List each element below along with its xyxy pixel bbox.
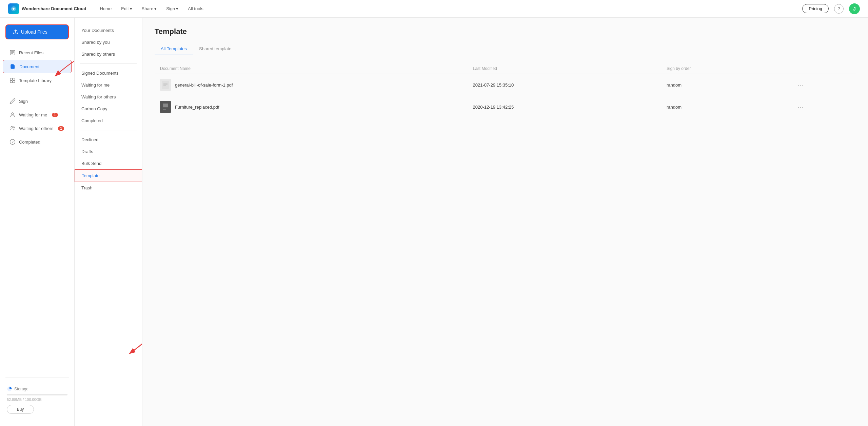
sidebar-item-recent-files[interactable]: Recent Files bbox=[3, 46, 72, 59]
mid-divider-2 bbox=[80, 130, 137, 130]
arrow-template bbox=[125, 334, 142, 358]
sidebar-item-completed[interactable]: Completed bbox=[3, 135, 72, 148]
storage-label-text: Storage bbox=[14, 387, 28, 391]
svg-point-12 bbox=[13, 127, 15, 128]
main-content: Template All Templates Shared template D… bbox=[142, 18, 868, 426]
mid-item-waiting-for-others[interactable]: Waiting for others bbox=[75, 91, 142, 103]
nav-links: Home Edit ▾ Share ▾ Sign ▾ All tools bbox=[100, 6, 802, 11]
tabs: All Templates Shared template bbox=[155, 43, 856, 55]
template-library-icon bbox=[9, 77, 16, 84]
doc-modified-2: 2020-12-19 13:42:25 bbox=[467, 96, 661, 118]
edit-chevron-icon: ▾ bbox=[130, 6, 132, 11]
sidebar-item-template-library[interactable]: Template Library bbox=[3, 74, 72, 87]
upload-files-button[interactable]: Upload Files bbox=[5, 24, 69, 39]
document-table: Document Name Last Modified Sign by orde… bbox=[155, 63, 856, 118]
svg-rect-20 bbox=[163, 108, 168, 108]
doc-name-2: Furniture_replaced.pdf bbox=[175, 105, 219, 110]
waiting-for-others-label: Waiting for others bbox=[19, 126, 53, 131]
doc-modified-1: 2021-07-29 15:35:10 bbox=[467, 74, 661, 96]
sign-chevron-icon: ▾ bbox=[176, 6, 178, 11]
mid-item-declined[interactable]: Declined bbox=[75, 134, 142, 146]
sidebar-item-waiting-for-others[interactable]: Waiting for others 1 bbox=[3, 122, 72, 135]
svg-point-10 bbox=[12, 113, 14, 115]
svg-point-11 bbox=[11, 126, 13, 128]
storage-section: Storage 52.88MB / 100.00GB Buy bbox=[0, 381, 74, 419]
waiting-for-me-badge: 1 bbox=[52, 113, 58, 117]
page-title: Template bbox=[155, 27, 856, 36]
recent-files-label: Recent Files bbox=[19, 50, 43, 55]
mid-divider-1 bbox=[80, 63, 137, 64]
mid-item-template[interactable]: Template bbox=[75, 169, 142, 182]
col-header-doc-name: Document Name bbox=[155, 63, 467, 74]
sidebar-item-waiting-for-me[interactable]: Waiting for me 1 bbox=[3, 108, 72, 121]
completed-label: Completed bbox=[19, 140, 40, 145]
doc-sign-order-2: random bbox=[661, 96, 792, 118]
sidebar-item-document[interactable]: Document bbox=[3, 60, 72, 73]
app-logo-icon bbox=[8, 3, 19, 14]
storage-pie-icon bbox=[7, 386, 12, 392]
completed-icon bbox=[9, 139, 16, 145]
more-options-button-1[interactable]: ··· bbox=[798, 81, 804, 88]
waiting-for-me-label: Waiting for me bbox=[19, 112, 47, 117]
doc-thumb-1 bbox=[160, 79, 171, 91]
svg-rect-8 bbox=[10, 81, 12, 83]
nav-right: Pricing ? J bbox=[802, 3, 860, 14]
doc-actions-2[interactable]: ··· bbox=[792, 96, 856, 118]
app-body: Upload Files Recent Files Document bbox=[0, 0, 868, 426]
tab-all-templates[interactable]: All Templates bbox=[155, 43, 193, 55]
svg-rect-19 bbox=[163, 104, 168, 107]
mid-item-trash[interactable]: Trash bbox=[75, 182, 142, 194]
svg-rect-21 bbox=[163, 109, 166, 110]
mid-item-shared-by-others[interactable]: Shared by others bbox=[75, 48, 142, 60]
doc-thumb-2 bbox=[160, 101, 171, 113]
recent-files-icon bbox=[9, 50, 16, 56]
waiting-for-others-badge: 1 bbox=[58, 126, 64, 131]
buy-button[interactable]: Buy bbox=[7, 405, 34, 414]
svg-rect-7 bbox=[13, 78, 15, 80]
svg-rect-9 bbox=[13, 81, 15, 83]
mid-item-completed[interactable]: Completed bbox=[75, 115, 142, 127]
doc-name-1: general-bill-of-sale-form-1.pdf bbox=[175, 82, 233, 88]
waiting-for-others-icon bbox=[9, 125, 16, 131]
tab-shared-template[interactable]: Shared template bbox=[193, 43, 237, 55]
nav-sign[interactable]: Sign ▾ bbox=[166, 6, 178, 11]
waiting-for-me-icon bbox=[9, 112, 16, 118]
nav-all-tools[interactable]: All tools bbox=[188, 6, 203, 11]
more-options-button-2[interactable]: ··· bbox=[798, 104, 804, 110]
sidebar-divider-2 bbox=[5, 377, 69, 377]
sidebar-divider-1 bbox=[5, 91, 69, 91]
left-sidebar: Upload Files Recent Files Document bbox=[0, 18, 75, 426]
sign-label: Sign bbox=[19, 99, 28, 104]
user-avatar[interactable]: J bbox=[849, 3, 860, 14]
mid-item-drafts[interactable]: Drafts bbox=[75, 146, 142, 158]
document-icon bbox=[10, 63, 16, 70]
doc-name-cell-1: general-bill-of-sale-form-1.pdf bbox=[155, 74, 467, 96]
doc-sign-order-1: random bbox=[661, 74, 792, 96]
pricing-button[interactable]: Pricing bbox=[802, 4, 829, 13]
mid-item-waiting-for-me[interactable]: Waiting for me bbox=[75, 79, 142, 91]
mid-item-your-documents[interactable]: Your Documents bbox=[75, 24, 142, 36]
storage-info: 52.88MB / 100.00GB bbox=[7, 397, 67, 402]
svg-rect-6 bbox=[10, 78, 12, 80]
nav-share[interactable]: Share ▾ bbox=[142, 6, 157, 11]
doc-actions-1[interactable]: ··· bbox=[792, 74, 856, 96]
col-header-last-modified: Last Modified bbox=[467, 63, 661, 74]
table-row: general-bill-of-sale-form-1.pdf 2021-07-… bbox=[155, 74, 856, 96]
logo-area: Wondershare Document Cloud bbox=[8, 3, 86, 14]
mid-item-signed-documents[interactable]: Signed Documents bbox=[75, 67, 142, 79]
mid-item-carbon-copy[interactable]: Carbon Copy bbox=[75, 103, 142, 115]
nav-home[interactable]: Home bbox=[100, 6, 112, 11]
mid-item-shared-by-you[interactable]: Shared by you bbox=[75, 36, 142, 48]
template-library-label: Template Library bbox=[19, 78, 52, 83]
sign-icon bbox=[9, 98, 16, 104]
document-label: Document bbox=[19, 64, 39, 69]
sidebar-item-sign[interactable]: Sign bbox=[3, 95, 72, 108]
table-row: Furniture_replaced.pdf 2020-12-19 13:42:… bbox=[155, 96, 856, 118]
nav-edit[interactable]: Edit ▾ bbox=[121, 6, 132, 11]
top-nav: Wondershare Document Cloud Home Edit ▾ S… bbox=[0, 0, 868, 18]
mid-item-bulk-send[interactable]: Bulk Send bbox=[75, 158, 142, 169]
share-chevron-icon: ▾ bbox=[154, 6, 157, 11]
storage-bar-background bbox=[7, 394, 67, 395]
help-icon[interactable]: ? bbox=[834, 4, 844, 14]
upload-files-label: Upload Files bbox=[21, 29, 47, 35]
